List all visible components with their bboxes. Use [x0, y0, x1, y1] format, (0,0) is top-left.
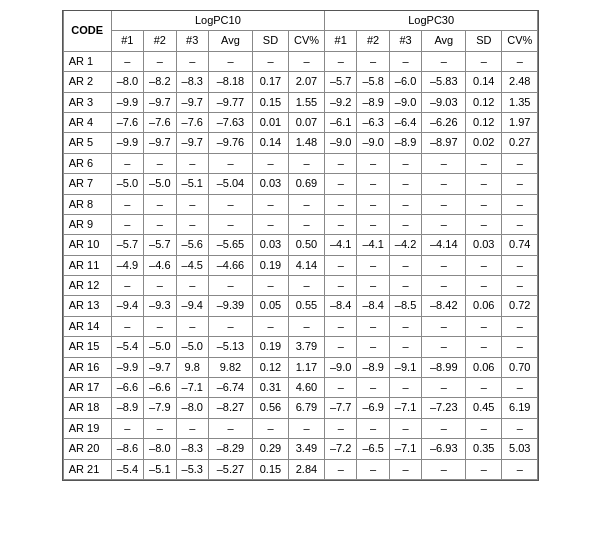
data-cell: –5.0 [176, 337, 208, 357]
data-cell: – [389, 316, 421, 336]
data-cell: –9.03 [422, 92, 466, 112]
data-cell: –8.9 [357, 92, 389, 112]
data-cell: – [357, 316, 389, 336]
data-cell: –9.76 [208, 133, 252, 153]
data-cell: –5.27 [208, 459, 252, 479]
data-cell: –9.7 [144, 92, 176, 112]
code-cell: AR 15 [63, 337, 111, 357]
data-cell: – [176, 51, 208, 71]
data-cell: – [389, 459, 421, 479]
data-cell: – [325, 337, 357, 357]
data-cell: –4.2 [389, 235, 421, 255]
data-cell: –9.7 [176, 92, 208, 112]
data-cell: –8.99 [422, 357, 466, 377]
data-cell: – [466, 51, 502, 71]
data-cell: –7.9 [144, 398, 176, 418]
data-cell: – [288, 153, 324, 173]
data-cell: –6.74 [208, 378, 252, 398]
data-cell: – [111, 276, 143, 296]
data-cell: – [389, 153, 421, 173]
data-cell: – [389, 194, 421, 214]
data-cell: 0.15 [252, 459, 288, 479]
data-cell: 0.02 [466, 133, 502, 153]
data-cell: –9.0 [389, 92, 421, 112]
data-cell: –8.5 [389, 296, 421, 316]
data-cell: –5.04 [208, 174, 252, 194]
code-header: CODE [63, 11, 111, 51]
data-cell: – [176, 153, 208, 173]
data-cell: – [466, 255, 502, 275]
data-table: CODE LogPC10 LogPC30 #1 #2 #3 Avg SD CV%… [62, 10, 540, 481]
data-cell: – [502, 337, 538, 357]
data-cell: –5.6 [176, 235, 208, 255]
data-cell: –5.0 [144, 174, 176, 194]
data-cell: – [111, 316, 143, 336]
code-cell: AR 12 [63, 276, 111, 296]
table-row: AR 11–4.9–4.6–4.5–4.660.194.14–––––– [63, 255, 538, 275]
data-cell: – [357, 378, 389, 398]
table-row: AR 9–––––––––––– [63, 214, 538, 234]
data-cell: 0.12 [252, 357, 288, 377]
data-cell: 9.82 [208, 357, 252, 377]
data-cell: – [252, 153, 288, 173]
table-row: AR 17–6.6–6.6–7.1–6.740.314.60–––––– [63, 378, 538, 398]
data-cell: 6.79 [288, 398, 324, 418]
data-cell: – [176, 214, 208, 234]
data-cell: –6.9 [357, 398, 389, 418]
data-cell: –6.6 [144, 378, 176, 398]
data-cell: 0.45 [466, 398, 502, 418]
data-cell: 4.60 [288, 378, 324, 398]
data-cell: – [502, 459, 538, 479]
data-cell: 1.97 [502, 112, 538, 132]
data-cell: 3.79 [288, 337, 324, 357]
data-cell: –6.4 [389, 112, 421, 132]
data-cell: –8.42 [422, 296, 466, 316]
table-row: AR 5–9.9–9.7–9.7–9.760.141.48–9.0–9.0–8.… [63, 133, 538, 153]
data-cell: – [176, 418, 208, 438]
data-cell: –9.7 [144, 133, 176, 153]
data-cell: – [389, 214, 421, 234]
data-cell: – [502, 418, 538, 438]
data-cell: –8.9 [389, 133, 421, 153]
data-cell: – [357, 214, 389, 234]
data-cell: –6.93 [422, 439, 466, 459]
table-row: AR 12–––––––––––– [63, 276, 538, 296]
data-cell: –4.66 [208, 255, 252, 275]
code-cell: AR 19 [63, 418, 111, 438]
col-h-lp30-3: #3 [389, 31, 421, 51]
data-cell: – [389, 418, 421, 438]
col-h-lp30-avg: Avg [422, 31, 466, 51]
data-cell: 3.49 [288, 439, 324, 459]
data-cell: – [325, 459, 357, 479]
code-cell: AR 9 [63, 214, 111, 234]
data-cell: –9.9 [111, 92, 143, 112]
data-cell: –7.63 [208, 112, 252, 132]
data-cell: –9.77 [208, 92, 252, 112]
data-cell: –7.2 [325, 439, 357, 459]
table-row: AR 2–8.0–8.2–8.3–8.180.172.07–5.7–5.8–6.… [63, 72, 538, 92]
code-cell: AR 14 [63, 316, 111, 336]
table-row: AR 13–9.4–9.3–9.4–9.390.050.55–8.4–8.4–8… [63, 296, 538, 316]
data-cell: –5.1 [176, 174, 208, 194]
logpc10-header: LogPC10 [111, 11, 324, 31]
data-cell: –7.6 [176, 112, 208, 132]
table-row: AR 7–5.0–5.0–5.1–5.040.030.69–––––– [63, 174, 538, 194]
data-cell: 0.01 [252, 112, 288, 132]
code-cell: AR 2 [63, 72, 111, 92]
data-cell: 0.12 [466, 92, 502, 112]
data-cell: – [288, 51, 324, 71]
col-h-lp30-2: #2 [357, 31, 389, 51]
data-cell: –8.2 [144, 72, 176, 92]
data-cell: 9.8 [176, 357, 208, 377]
data-cell: – [357, 255, 389, 275]
data-cell: –5.83 [422, 72, 466, 92]
data-cell: – [111, 418, 143, 438]
data-cell: 0.17 [252, 72, 288, 92]
data-cell: 6.19 [502, 398, 538, 418]
data-cell: – [325, 276, 357, 296]
data-cell: –8.0 [176, 398, 208, 418]
data-cell: –7.23 [422, 398, 466, 418]
data-cell: – [389, 51, 421, 71]
data-cell: – [144, 418, 176, 438]
data-cell: –5.4 [111, 337, 143, 357]
